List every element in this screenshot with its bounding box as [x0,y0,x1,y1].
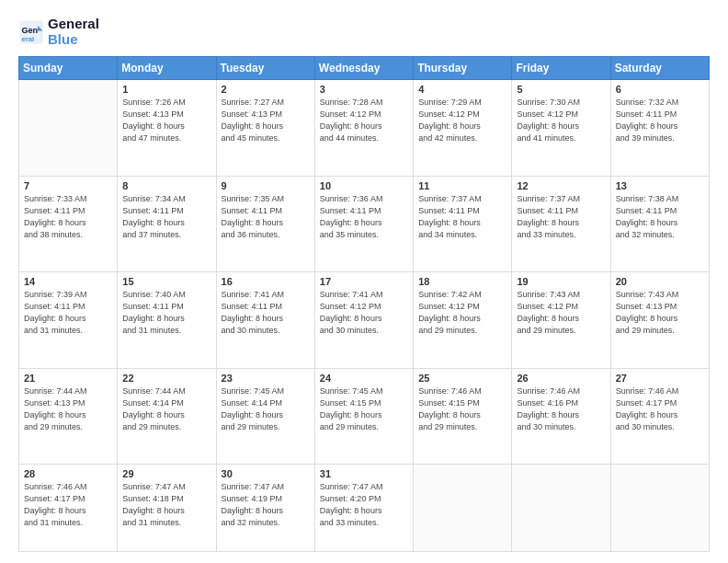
calendar-table: SundayMondayTuesdayWednesdayThursdayFrid… [18,56,710,552]
day-number: 21 [24,373,112,384]
day-number: 18 [418,276,506,287]
day-info: Sunrise: 7:44 AMSunset: 4:13 PMDaylight:… [24,385,112,433]
header-cell-thursday: Thursday [414,57,512,80]
day-info: Sunrise: 7:39 AMSunset: 4:11 PMDaylight:… [24,289,112,337]
week-row-3: 21Sunrise: 7:44 AMSunset: 4:13 PMDayligh… [19,368,710,465]
day-number: 23 [222,373,310,384]
logo-icon: Gen eral [18,19,44,45]
day-info: Sunrise: 7:47 AMSunset: 4:18 PMDaylight:… [122,481,210,529]
day-number: 31 [320,468,408,479]
day-number: 19 [517,276,605,287]
day-info: Sunrise: 7:46 AMSunset: 4:16 PMDaylight:… [517,385,605,433]
day-info: Sunrise: 7:45 AMSunset: 4:14 PMDaylight:… [222,385,310,433]
calendar-cell: 11Sunrise: 7:37 AMSunset: 4:11 PMDayligh… [414,176,512,272]
day-info: Sunrise: 7:26 AMSunset: 4:13 PMDaylight:… [122,97,210,144]
calendar-cell: 10Sunrise: 7:36 AMSunset: 4:11 PMDayligh… [314,176,413,272]
day-number: 2 [222,84,310,95]
day-number: 6 [616,84,704,95]
day-info: Sunrise: 7:47 AMSunset: 4:19 PMDaylight:… [222,481,310,529]
logo-text-line2: Blue [48,32,99,48]
calendar-cell: 3Sunrise: 7:28 AMSunset: 4:12 PMDaylight… [314,80,413,177]
day-info: Sunrise: 7:28 AMSunset: 4:12 PMDaylight:… [320,97,408,144]
calendar-cell: 25Sunrise: 7:46 AMSunset: 4:15 PMDayligh… [414,368,512,465]
day-number: 20 [616,276,704,287]
day-info: Sunrise: 7:37 AMSunset: 4:11 PMDaylight:… [517,193,605,241]
day-number: 27 [616,373,704,384]
day-number: 22 [122,373,210,384]
day-number: 30 [222,468,310,479]
header-cell-tuesday: Tuesday [216,57,314,80]
day-info: Sunrise: 7:41 AMSunset: 4:12 PMDaylight:… [320,289,408,337]
calendar-cell: 16Sunrise: 7:41 AMSunset: 4:11 PMDayligh… [216,272,314,369]
day-info: Sunrise: 7:47 AMSunset: 4:20 PMDaylight:… [320,481,408,529]
calendar-body: 1Sunrise: 7:26 AMSunset: 4:13 PMDaylight… [19,80,710,552]
day-info: Sunrise: 7:43 AMSunset: 4:13 PMDaylight:… [616,289,704,337]
calendar-cell: 13Sunrise: 7:38 AMSunset: 4:11 PMDayligh… [610,176,709,272]
calendar-cell: 12Sunrise: 7:37 AMSunset: 4:11 PMDayligh… [512,176,610,272]
calendar-cell: 17Sunrise: 7:41 AMSunset: 4:12 PMDayligh… [314,272,413,369]
day-number: 5 [517,84,605,95]
header-cell-sunday: Sunday [19,57,118,80]
calendar-cell: 5Sunrise: 7:30 AMSunset: 4:12 PMDaylight… [512,80,610,177]
svg-text:Gen: Gen [22,26,39,35]
day-number: 8 [122,180,210,191]
day-number: 1 [122,84,210,95]
calendar-cell: 28Sunrise: 7:46 AMSunset: 4:17 PMDayligh… [19,465,118,552]
day-number: 13 [616,180,704,191]
header-cell-wednesday: Wednesday [314,57,413,80]
calendar-cell: 20Sunrise: 7:43 AMSunset: 4:13 PMDayligh… [610,272,709,369]
day-info: Sunrise: 7:40 AMSunset: 4:11 PMDaylight:… [122,289,210,337]
day-info: Sunrise: 7:46 AMSunset: 4:17 PMDaylight:… [24,481,112,529]
calendar-cell: 8Sunrise: 7:34 AMSunset: 4:11 PMDaylight… [118,176,216,272]
calendar-cell: 26Sunrise: 7:46 AMSunset: 4:16 PMDayligh… [512,368,610,465]
day-info: Sunrise: 7:36 AMSunset: 4:11 PMDaylight:… [320,193,408,241]
day-info: Sunrise: 7:43 AMSunset: 4:12 PMDaylight:… [517,289,605,337]
day-info: Sunrise: 7:29 AMSunset: 4:12 PMDaylight:… [418,97,506,144]
day-number: 28 [24,468,112,479]
day-number: 10 [320,180,408,191]
svg-text:eral: eral [22,34,35,42]
day-info: Sunrise: 7:41 AMSunset: 4:11 PMDaylight:… [222,289,310,337]
day-info: Sunrise: 7:38 AMSunset: 4:11 PMDaylight:… [616,193,704,241]
week-row-0: 1Sunrise: 7:26 AMSunset: 4:13 PMDaylight… [19,80,710,177]
logo-text-line1: General [48,17,99,32]
day-info: Sunrise: 7:33 AMSunset: 4:11 PMDaylight:… [24,193,112,241]
calendar-cell: 22Sunrise: 7:44 AMSunset: 4:14 PMDayligh… [118,368,216,465]
day-info: Sunrise: 7:30 AMSunset: 4:12 PMDaylight:… [517,97,605,144]
day-number: 29 [122,468,210,479]
calendar-cell: 15Sunrise: 7:40 AMSunset: 4:11 PMDayligh… [118,272,216,369]
week-row-1: 7Sunrise: 7:33 AMSunset: 4:11 PMDaylight… [19,176,710,272]
calendar-cell: 24Sunrise: 7:45 AMSunset: 4:15 PMDayligh… [314,368,413,465]
day-number: 15 [122,276,210,287]
calendar-cell: 31Sunrise: 7:47 AMSunset: 4:20 PMDayligh… [314,465,413,552]
week-row-4: 28Sunrise: 7:46 AMSunset: 4:17 PMDayligh… [19,465,710,552]
calendar-cell [19,80,118,177]
day-info: Sunrise: 7:46 AMSunset: 4:17 PMDaylight:… [616,385,704,433]
calendar-cell [414,465,512,552]
day-info: Sunrise: 7:46 AMSunset: 4:15 PMDaylight:… [418,385,506,433]
day-info: Sunrise: 7:37 AMSunset: 4:11 PMDaylight:… [418,193,506,241]
calendar-cell: 19Sunrise: 7:43 AMSunset: 4:12 PMDayligh… [512,272,610,369]
calendar-cell: 7Sunrise: 7:33 AMSunset: 4:11 PMDaylight… [19,176,118,272]
calendar-header: SundayMondayTuesdayWednesdayThursdayFrid… [19,57,710,80]
calendar-cell: 2Sunrise: 7:27 AMSunset: 4:13 PMDaylight… [216,80,314,177]
day-number: 25 [418,373,506,384]
header: Gen eral General Blue [18,17,710,47]
calendar-cell: 27Sunrise: 7:46 AMSunset: 4:17 PMDayligh… [610,368,709,465]
day-number: 17 [320,276,408,287]
day-number: 14 [24,276,112,287]
calendar-cell [610,465,709,552]
calendar-cell [512,465,610,552]
day-info: Sunrise: 7:27 AMSunset: 4:13 PMDaylight:… [222,97,310,144]
day-info: Sunrise: 7:32 AMSunset: 4:11 PMDaylight:… [616,97,704,144]
header-cell-saturday: Saturday [610,57,709,80]
day-number: 24 [320,373,408,384]
header-cell-monday: Monday [118,57,216,80]
day-info: Sunrise: 7:44 AMSunset: 4:14 PMDaylight:… [122,385,210,433]
calendar-cell: 18Sunrise: 7:42 AMSunset: 4:12 PMDayligh… [414,272,512,369]
calendar-cell: 23Sunrise: 7:45 AMSunset: 4:14 PMDayligh… [216,368,314,465]
day-number: 11 [418,180,506,191]
week-row-2: 14Sunrise: 7:39 AMSunset: 4:11 PMDayligh… [19,272,710,369]
day-info: Sunrise: 7:35 AMSunset: 4:11 PMDaylight:… [222,193,310,241]
day-info: Sunrise: 7:42 AMSunset: 4:12 PMDaylight:… [418,289,506,337]
